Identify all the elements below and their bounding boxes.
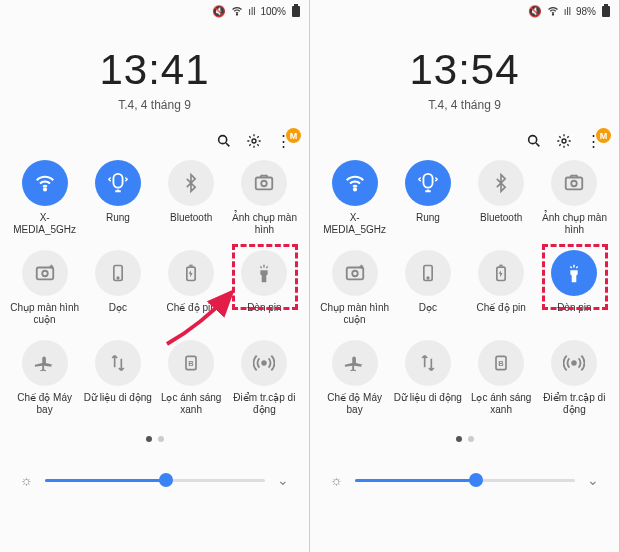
page-indicator bbox=[0, 436, 309, 442]
blue-icon[interactable]: B bbox=[478, 340, 524, 386]
mute-icon: 🔇 bbox=[212, 5, 226, 18]
slider-thumb[interactable] bbox=[159, 473, 173, 487]
vibrate-icon[interactable] bbox=[405, 160, 451, 206]
tile-data[interactable]: Dữ liệu di động bbox=[391, 340, 464, 416]
tile-screenshot[interactable]: Ảnh chụp màn hình bbox=[228, 160, 301, 236]
portrait-icon[interactable] bbox=[95, 250, 141, 296]
battmode-icon[interactable] bbox=[168, 250, 214, 296]
tile-battmode[interactable]: Chế độ pin bbox=[155, 250, 228, 326]
tile-torch[interactable]: Đèn pin bbox=[228, 250, 301, 326]
brightness-slider[interactable]: ☼⌄ bbox=[0, 472, 309, 488]
tile-label: Bluetooth bbox=[170, 212, 212, 224]
svg-point-21 bbox=[354, 188, 356, 190]
tile-label: Chế độ pin bbox=[477, 302, 526, 314]
tile-plane[interactable]: Chế độ Máy bay bbox=[318, 340, 391, 416]
tile-label: Dọc bbox=[419, 302, 437, 314]
more-icon[interactable]: ⋮M bbox=[276, 132, 291, 150]
tile-bt[interactable]: Bluetooth bbox=[465, 160, 538, 236]
wifi-icon[interactable] bbox=[332, 160, 378, 206]
tile-label: Rung bbox=[106, 212, 130, 224]
status-bar: 🔇ıll100% bbox=[0, 0, 309, 22]
dot bbox=[158, 436, 164, 442]
status-bar: 🔇ıll98% bbox=[310, 0, 619, 22]
screenshot-icon[interactable] bbox=[241, 160, 287, 206]
tile-scroll[interactable]: Chụp màn hình cuộn bbox=[318, 250, 391, 326]
brightness-icon: ☼ bbox=[330, 472, 343, 488]
scroll-icon[interactable] bbox=[332, 250, 378, 296]
tile-label: Lọc ánh sáng xanh bbox=[155, 392, 227, 416]
svg-rect-24 bbox=[346, 268, 363, 280]
torch-icon[interactable] bbox=[551, 250, 597, 296]
slider-track[interactable] bbox=[45, 479, 265, 482]
svg-point-7 bbox=[262, 181, 268, 187]
tile-blue[interactable]: BLọc ánh sáng xanh bbox=[155, 340, 228, 416]
plane-icon[interactable] bbox=[22, 340, 68, 386]
svg-point-15 bbox=[263, 361, 267, 365]
profile-avatar[interactable]: M bbox=[286, 128, 301, 143]
svg-point-11 bbox=[117, 277, 119, 279]
brightness-chevron-icon[interactable]: ⌄ bbox=[587, 472, 599, 488]
slider-track[interactable] bbox=[355, 479, 575, 482]
tile-wifi[interactable]: X-MEDIA_5GHz bbox=[318, 160, 391, 236]
mute-icon: 🔇 bbox=[528, 5, 542, 18]
battery-pct: 100% bbox=[260, 6, 286, 17]
plane-icon[interactable] bbox=[332, 340, 378, 386]
data-icon[interactable] bbox=[95, 340, 141, 386]
svg-point-5 bbox=[44, 188, 46, 190]
tile-torch[interactable]: Đèn pin bbox=[538, 250, 611, 326]
portrait-icon[interactable] bbox=[405, 250, 451, 296]
data-icon[interactable] bbox=[405, 340, 451, 386]
blue-icon[interactable]: B bbox=[168, 340, 214, 386]
hotspot-icon[interactable] bbox=[241, 340, 287, 386]
more-icon[interactable]: ⋮M bbox=[586, 132, 601, 150]
svg-rect-2 bbox=[294, 4, 298, 6]
tile-wifi[interactable]: X-MEDIA_5GHz bbox=[8, 160, 81, 236]
torch-icon[interactable] bbox=[241, 250, 287, 296]
svg-point-9 bbox=[42, 271, 48, 277]
svg-point-23 bbox=[572, 181, 578, 187]
signal-icon: ıll bbox=[248, 6, 255, 17]
clock-time: 13:41 bbox=[0, 46, 309, 94]
tile-portrait[interactable]: Dọc bbox=[391, 250, 464, 326]
profile-avatar[interactable]: M bbox=[596, 128, 611, 143]
battmode-icon[interactable] bbox=[478, 250, 524, 296]
battery-icon bbox=[601, 4, 611, 18]
tile-hotspot[interactable]: Điểm tr.cập di động bbox=[538, 340, 611, 416]
tile-vibrate[interactable]: Rung bbox=[81, 160, 154, 236]
scroll-icon[interactable] bbox=[22, 250, 68, 296]
dot bbox=[456, 436, 462, 442]
tile-portrait[interactable]: Dọc bbox=[81, 250, 154, 326]
tile-scroll[interactable]: Chụp màn hình cuộn bbox=[8, 250, 81, 326]
dot bbox=[468, 436, 474, 442]
svg-point-0 bbox=[237, 14, 238, 15]
clock-date: T.4, 4 tháng 9 bbox=[310, 98, 619, 112]
tile-battmode[interactable]: Chế độ pin bbox=[465, 250, 538, 326]
svg-point-27 bbox=[427, 277, 429, 279]
tile-vibrate[interactable]: Rung bbox=[391, 160, 464, 236]
gear-icon[interactable] bbox=[556, 133, 572, 149]
tile-plane[interactable]: Chế độ Máy bay bbox=[8, 340, 81, 416]
brightness-slider[interactable]: ☼⌄ bbox=[310, 472, 619, 488]
tile-blue[interactable]: BLọc ánh sáng xanh bbox=[465, 340, 538, 416]
tile-label: Ảnh chụp màn hình bbox=[228, 212, 300, 236]
battery-pct: 98% bbox=[576, 6, 596, 17]
wifi-icon[interactable] bbox=[22, 160, 68, 206]
vibrate-icon[interactable] bbox=[95, 160, 141, 206]
search-icon[interactable] bbox=[216, 133, 232, 149]
bt-icon[interactable] bbox=[168, 160, 214, 206]
bt-icon[interactable] bbox=[478, 160, 524, 206]
tile-screenshot[interactable]: Ảnh chụp màn hình bbox=[538, 160, 611, 236]
svg-point-16 bbox=[552, 14, 553, 15]
gear-icon[interactable] bbox=[246, 133, 262, 149]
battery-icon bbox=[291, 4, 301, 18]
search-icon[interactable] bbox=[526, 133, 542, 149]
tile-hotspot[interactable]: Điểm tr.cập di động bbox=[228, 340, 301, 416]
tile-data[interactable]: Dữ liệu di động bbox=[81, 340, 154, 416]
slider-thumb[interactable] bbox=[469, 473, 483, 487]
tile-bt[interactable]: Bluetooth bbox=[155, 160, 228, 236]
hotspot-icon[interactable] bbox=[551, 340, 597, 386]
brightness-chevron-icon[interactable]: ⌄ bbox=[277, 472, 289, 488]
header-icons: ⋮M bbox=[0, 112, 309, 160]
screenshot-icon[interactable] bbox=[551, 160, 597, 206]
brightness-icon: ☼ bbox=[20, 472, 33, 488]
